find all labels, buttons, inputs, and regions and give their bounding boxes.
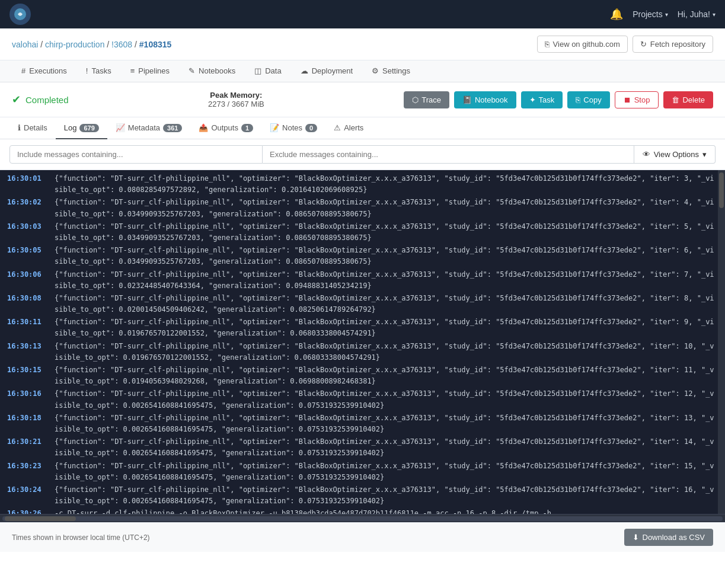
- log-message: {"function": "DT-surr_clf-philippine_nll…: [55, 293, 718, 315]
- log-message: {"function": "DT-surr_clf-philippine_nll…: [55, 245, 718, 267]
- h-scroll-track: [2, 516, 723, 521]
- log-line: 16:30:18{"function": "DT-surr_clf-philip…: [0, 412, 725, 436]
- breadcrumb-bar: valohai / chirp-production / !3608 / #10…: [0, 28, 725, 60]
- notebooks-icon: ✎: [189, 66, 195, 75]
- download-icon: ⬇: [633, 533, 639, 542]
- log-line: 16:30:11{"function": "DT-surr_clf-philip…: [0, 316, 725, 340]
- task-button[interactable]: ✦ Task: [521, 91, 563, 108]
- user-dropdown-arrow: ▾: [713, 11, 716, 18]
- log-message: {"function": "DT-surr_clf-philippine_nll…: [55, 436, 718, 459]
- executions-icon: #: [21, 66, 25, 75]
- log-timestamp: 16:30:08: [7, 293, 55, 315]
- tab-executions[interactable]: # Executions: [12, 60, 76, 82]
- status-label: Completed: [25, 95, 69, 105]
- download-csv-button[interactable]: ⬇ Download as CSV: [624, 529, 714, 546]
- breadcrumb-org[interactable]: valohai: [12, 40, 38, 49]
- projects-menu[interactable]: Projects ▾: [633, 9, 668, 19]
- h-scroll-thumb[interactable]: [5, 516, 76, 521]
- metadata-badge: 361: [163, 124, 182, 132]
- log-badge: 679: [79, 124, 98, 132]
- stop-button[interactable]: ⏹ Stop: [615, 91, 659, 108]
- sub-tab-log[interactable]: Log 679: [56, 117, 107, 139]
- log-timestamp: 16:30:23: [7, 461, 55, 483]
- log-line: 16:30:13{"function": "DT-surr_clf-philip…: [0, 340, 725, 364]
- log-timestamp: 16:30:06: [7, 269, 55, 292]
- sub-tab-alerts[interactable]: ⚠ Alerts: [325, 117, 372, 139]
- log-timestamp: 16:30:02: [7, 197, 55, 219]
- notebook-icon: 📓: [462, 95, 472, 104]
- outputs-icon: 📤: [199, 123, 208, 132]
- stop-icon: ⏹: [624, 95, 631, 104]
- log-message: {"function": "DT-surr_clf-philippine_nll…: [55, 413, 718, 435]
- log-message: {"function": "DT-surr_clf-philippine_nll…: [55, 388, 718, 411]
- fetch-repo-button[interactable]: ↻ Fetch repository: [633, 36, 713, 53]
- view-options-dropdown-arrow: ▾: [702, 150, 707, 159]
- log-timestamp: 16:30:05: [7, 245, 55, 267]
- log-line: 16:30:23{"function": "DT-surr_clf-philip…: [0, 460, 725, 484]
- notebook-button[interactable]: 📓 Notebook: [454, 91, 516, 108]
- trace-icon: ⬡: [412, 95, 419, 104]
- log-message: {"function": "DT-surr_clf-philippine_nll…: [55, 173, 718, 196]
- log-line: 16:30:24{"function": "DT-surr_clf-philip…: [0, 484, 725, 507]
- app-logo[interactable]: [9, 4, 31, 25]
- sub-tab-outputs[interactable]: 📤 Outputs 1: [190, 117, 261, 139]
- deployment-icon: ☁: [301, 66, 308, 75]
- view-on-github-button[interactable]: ⎘ View on github.com: [537, 36, 628, 53]
- tab-tasks[interactable]: ! Tasks: [76, 60, 121, 82]
- sub-tab-bar: ℹ Details Log 679 📈 Metadata 361 📤 Outpu…: [0, 117, 725, 139]
- top-nav: 🔔 Projects ▾ Hi, Juha! ▾: [0, 0, 725, 28]
- log-scroll-track[interactable]: [718, 170, 725, 514]
- projects-dropdown-arrow: ▾: [665, 11, 668, 18]
- sub-tab-details[interactable]: ℹ Details: [9, 117, 56, 139]
- tab-notebooks[interactable]: ✎ Notebooks: [179, 60, 245, 82]
- eye-icon: 👁: [643, 150, 650, 159]
- sub-tab-metadata[interactable]: 📈 Metadata 361: [107, 117, 191, 139]
- log-line: 16:30:06{"function": "DT-surr_clf-philip…: [0, 269, 725, 292]
- completed-icon: ✔: [12, 93, 21, 106]
- footer: Times shown in browser local time (UTC+2…: [0, 522, 725, 552]
- log-timestamp: 16:30:26: [7, 508, 55, 514]
- log-line: 16:30:26-c DT-surr -d clf-philippine -o …: [0, 507, 725, 514]
- log-line: 16:30:03{"function": "DT-surr_clf-philip…: [0, 220, 725, 244]
- log-message: {"function": "DT-surr_clf-philippine_nll…: [55, 341, 718, 363]
- log-line: 16:30:21{"function": "DT-surr_clf-philip…: [0, 436, 725, 459]
- tab-data[interactable]: ◫ Data: [245, 60, 290, 82]
- log-message: -c DT-surr -d clf-philippine -o BlackBox…: [55, 508, 551, 514]
- log-area[interactable]: 16:30:01{"function": "DT-surr_clf-philip…: [0, 170, 725, 514]
- execution-actions: ⬡ Trace 📓 Notebook ✦ Task ⎘ Copy ⏹ Stop …: [404, 91, 713, 108]
- breadcrumb-execution[interactable]: #108315: [139, 40, 172, 49]
- log-timestamp: 16:30:15: [7, 365, 55, 387]
- refresh-icon: ↻: [640, 40, 647, 49]
- trace-button[interactable]: ⬡ Trace: [404, 91, 449, 108]
- tab-settings[interactable]: ⚙ Settings: [362, 60, 420, 82]
- horizontal-scroll-bar[interactable]: [0, 514, 725, 522]
- nav-right: 🔔 Projects ▾ Hi, Juha! ▾: [610, 8, 716, 21]
- alerts-icon: ⚠: [334, 123, 341, 132]
- settings-icon: ⚙: [372, 66, 379, 75]
- peak-memory-value: 2273 / 3667 MiB: [208, 100, 264, 108]
- log-timestamp: 16:30:13: [7, 341, 55, 363]
- notification-icon[interactable]: 🔔: [610, 8, 623, 21]
- view-options-button[interactable]: 👁 View Options ▾: [634, 145, 716, 164]
- log-message: {"function": "DT-surr_clf-philippine_nll…: [55, 221, 718, 244]
- breadcrumb-project[interactable]: chirp-production: [45, 40, 104, 49]
- include-filter-input[interactable]: [9, 145, 263, 164]
- log-scroll-thumb[interactable]: [719, 172, 724, 208]
- tab-pipelines[interactable]: ≡ Pipelines: [121, 60, 179, 82]
- log-line: 16:30:01{"function": "DT-surr_clf-philip…: [0, 172, 725, 196]
- log-message: {"function": "DT-surr_clf-philippine_nll…: [55, 269, 718, 292]
- breadcrumb-pipeline[interactable]: !3608: [111, 40, 132, 49]
- breadcrumb: valohai / chirp-production / !3608 / #10…: [12, 40, 171, 49]
- exclude-filter-input[interactable]: [263, 145, 634, 164]
- log-timestamp: 16:30:11: [7, 317, 55, 339]
- log-line: 16:30:15{"function": "DT-surr_clf-philip…: [0, 364, 725, 388]
- task-icon: ✦: [529, 95, 536, 104]
- delete-button[interactable]: 🗑 Delete: [663, 91, 713, 108]
- sub-tab-notes[interactable]: 📝 Notes 0: [261, 117, 325, 139]
- tab-deployment[interactable]: ☁ Deployment: [291, 60, 362, 82]
- data-icon: ◫: [254, 66, 261, 75]
- copy-button[interactable]: ⎘ Copy: [567, 91, 609, 108]
- execution-status: ✔ Completed: [12, 93, 69, 106]
- log-message: {"function": "DT-surr_clf-philippine_nll…: [55, 484, 718, 507]
- user-menu[interactable]: Hi, Juha! ▾: [678, 9, 716, 19]
